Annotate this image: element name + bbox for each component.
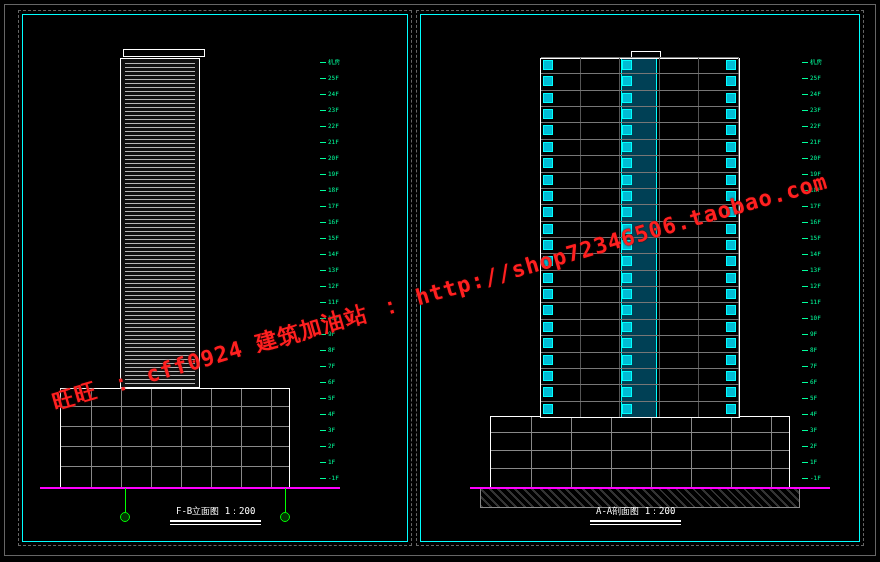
section-room <box>620 353 660 368</box>
section-room <box>541 74 581 89</box>
wet-room-icon <box>726 338 736 348</box>
section-room <box>620 402 660 417</box>
section-floor <box>541 73 739 89</box>
floor-label-text: 21F <box>328 139 339 145</box>
drawing-title-text: A-A剖面图 1：200 <box>596 506 675 516</box>
floor-label-text: 8F <box>810 347 817 353</box>
section-room <box>581 91 621 106</box>
floor-label-text: 8F <box>328 347 335 353</box>
section-floor <box>541 401 739 417</box>
floor-label-row: 10F <box>320 310 374 326</box>
floor-label-text: 2F <box>810 443 817 449</box>
floor-label-text: 14F <box>328 251 339 257</box>
floor-label-row: -1F <box>320 470 374 486</box>
wet-room-icon <box>622 125 632 135</box>
wet-room-icon <box>726 142 736 152</box>
section-room <box>699 205 739 220</box>
curtain-wall-hatch <box>125 63 195 385</box>
wet-room-icon <box>543 404 553 414</box>
floor-tick <box>802 190 808 191</box>
wet-room-icon <box>543 322 553 332</box>
section-room <box>581 336 621 351</box>
section-room <box>660 58 700 73</box>
section-room <box>660 369 700 384</box>
floor-tick <box>802 238 808 239</box>
section-floor <box>541 319 739 335</box>
floor-tick <box>802 254 808 255</box>
floor-label-row: 10F <box>802 310 856 326</box>
floor-label-text: 4F <box>810 411 817 417</box>
floor-label-row: 5F <box>320 390 374 406</box>
floor-label-row: 23F <box>802 102 856 118</box>
wet-room-icon <box>726 76 736 86</box>
section-room <box>541 189 581 204</box>
section-room <box>620 74 660 89</box>
floor-label-row: 22F <box>802 118 856 134</box>
floor-label-row: 25F <box>320 70 374 86</box>
wet-room-icon <box>543 142 553 152</box>
floor-tick <box>320 142 326 143</box>
section-podium <box>490 416 790 488</box>
section-room <box>541 336 581 351</box>
section-room <box>660 271 700 286</box>
floor-label-text: 17F <box>810 203 821 209</box>
section-room <box>541 254 581 269</box>
elevation-podium <box>60 388 290 488</box>
section-room <box>541 123 581 138</box>
section-floor <box>541 352 739 368</box>
section-room <box>541 222 581 237</box>
wet-room-icon <box>726 191 736 201</box>
section-room <box>699 173 739 188</box>
floor-label-row: 20F <box>320 150 374 166</box>
floor-label-text: 9F <box>810 331 817 337</box>
wet-room-icon <box>622 256 632 266</box>
section-room <box>541 320 581 335</box>
section-room <box>660 123 700 138</box>
section-floor <box>541 204 739 220</box>
wet-room-icon <box>543 224 553 234</box>
section-room <box>699 320 739 335</box>
section-room <box>620 385 660 400</box>
wet-room-icon <box>726 289 736 299</box>
floor-label-row: 12F <box>320 278 374 294</box>
section-room <box>699 385 739 400</box>
floor-tick <box>320 110 326 111</box>
section-floor <box>541 122 739 138</box>
floor-label-row: 12F <box>802 278 856 294</box>
section-room <box>541 385 581 400</box>
wet-room-icon <box>543 387 553 397</box>
section-room <box>581 402 621 417</box>
floor-tick <box>802 414 808 415</box>
section-floor <box>541 302 739 318</box>
floor-label-row: 16F <box>802 214 856 230</box>
floor-tick <box>320 126 326 127</box>
floor-label-row: -1F <box>802 470 856 486</box>
section-room <box>541 369 581 384</box>
wet-room-icon <box>726 305 736 315</box>
wet-room-icon <box>622 158 632 168</box>
floor-label-text: 20F <box>328 155 339 161</box>
section-floor <box>541 155 739 171</box>
section-room <box>620 91 660 106</box>
floor-label-row: 9F <box>320 326 374 342</box>
section-room <box>660 254 700 269</box>
section-floor <box>541 253 739 269</box>
wet-room-icon <box>726 355 736 365</box>
section-room <box>541 402 581 417</box>
floor-label-text: 23F <box>810 107 821 113</box>
section-room <box>699 254 739 269</box>
wet-room-icon <box>726 207 736 217</box>
floor-tick <box>802 270 808 271</box>
section-room <box>699 369 739 384</box>
floor-tick <box>802 286 808 287</box>
wet-room-icon <box>622 191 632 201</box>
wet-room-icon <box>622 273 632 283</box>
wet-room-icon <box>543 158 553 168</box>
floor-tick <box>320 462 326 463</box>
floor-label-row: 22F <box>320 118 374 134</box>
section-room <box>660 287 700 302</box>
floor-label-text: 7F <box>810 363 817 369</box>
section-room <box>660 402 700 417</box>
floor-label-row: 2F <box>802 438 856 454</box>
section-room <box>699 123 739 138</box>
